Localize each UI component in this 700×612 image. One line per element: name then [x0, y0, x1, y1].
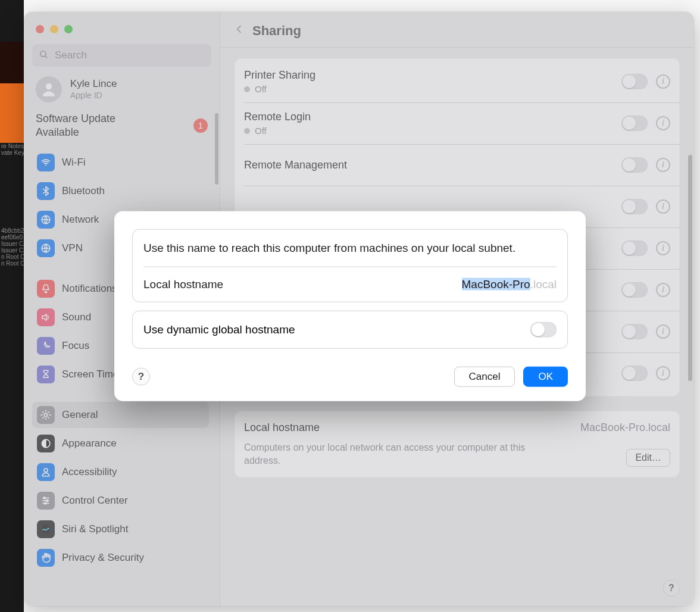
- hostname-suffix: .local: [530, 277, 557, 290]
- edit-hostname-sheet: Use this name to reach this computer fro…: [114, 211, 586, 401]
- hostname-editable-value[interactable]: MacBook-Pro: [462, 277, 530, 290]
- dynamic-hostname-toggle[interactable]: [530, 321, 557, 337]
- sheet-description: Use this name to reach this computer fro…: [143, 241, 557, 256]
- hostname-field-label: Local hostname: [143, 277, 223, 291]
- background-app-strip: re Notes vate Key 4b8cbb2 eef06e0 Issuer…: [0, 0, 24, 612]
- dynamic-hostname-label: Use dynamic global hostname: [143, 323, 295, 336]
- cancel-button[interactable]: Cancel: [454, 366, 515, 386]
- sheet-help-button[interactable]: ?: [132, 367, 150, 385]
- ok-button[interactable]: OK: [523, 366, 568, 386]
- hostname-input[interactable]: MacBook-Pro.local: [462, 277, 557, 291]
